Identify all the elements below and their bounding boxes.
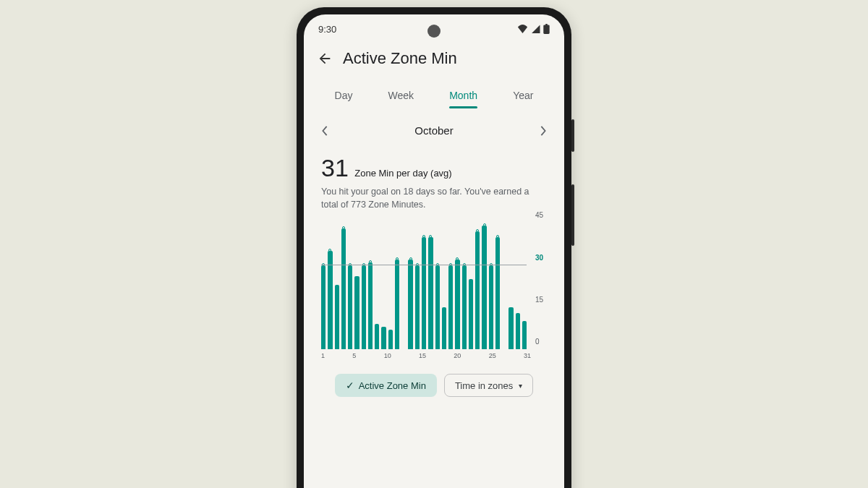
screen: 9:30 Active Zone Min Day Week (304, 14, 564, 488)
goal-met-marker (328, 249, 331, 252)
chart-bar[interactable] (375, 324, 379, 349)
range-tabs: Day Week Month Year (304, 78, 564, 108)
tab-week[interactable]: Week (384, 82, 419, 108)
chart-bar[interactable] (509, 307, 513, 349)
clock-label: 9:30 (318, 24, 336, 35)
chart-bar[interactable] (462, 265, 467, 350)
chart-bar[interactable] (428, 237, 433, 350)
page-title: Active Zone Min (343, 49, 457, 68)
chart-bar[interactable] (321, 265, 326, 350)
chart-bar[interactable] (489, 265, 493, 350)
x-tick-label: 25 (489, 352, 496, 359)
tab-year[interactable]: Year (509, 82, 537, 108)
phone-side-button (571, 119, 574, 152)
goal-met-marker (396, 257, 399, 260)
goal-met-marker (369, 260, 372, 263)
front-camera (427, 25, 441, 38)
y-tick-label: 30 (535, 253, 543, 261)
y-tick-label: 0 (535, 338, 540, 346)
summary-block: 31 Zone Min per day (avg) You hit your g… (304, 142, 564, 215)
status-icons (517, 24, 550, 34)
chart-bar[interactable] (354, 276, 359, 349)
page-header: Active Zone Min (304, 43, 564, 78)
x-tick-label: 20 (454, 352, 461, 359)
chart-bar[interactable] (395, 260, 399, 349)
cellular-icon (531, 25, 540, 33)
phone-side-button (571, 184, 574, 246)
chart-bar[interactable] (448, 265, 453, 350)
x-tick-label: 31 (524, 352, 531, 359)
chart-bar[interactable] (362, 265, 366, 350)
chart-bar[interactable] (422, 237, 426, 350)
svg-rect-0 (543, 25, 549, 34)
chart-bar[interactable] (522, 321, 527, 349)
chart-y-axis: 0153045 (531, 223, 550, 349)
goal-met-marker (342, 226, 345, 229)
period-label: October (414, 124, 453, 137)
goal-met-marker (456, 257, 459, 260)
summary-unit: Zone Min per day (avg) (354, 168, 451, 179)
chart-bar[interactable] (335, 285, 339, 349)
goal-line (321, 265, 527, 265)
x-tick-label: 10 (384, 352, 391, 359)
chart-bar[interactable] (415, 265, 420, 350)
goal-met-marker (496, 235, 499, 238)
chart-bar[interactable] (475, 231, 480, 349)
tab-day[interactable]: Day (331, 82, 357, 108)
chart-bar[interactable] (388, 330, 393, 349)
goal-met-marker (429, 235, 432, 238)
chip-label: Time in zones (455, 380, 513, 391)
x-tick-label: 15 (419, 352, 426, 359)
summary-headline: 31 Zone Min per day (avg) (321, 154, 547, 182)
chart-bar[interactable] (469, 279, 473, 349)
phone-frame: 9:30 Active Zone Min Day Week (297, 7, 571, 488)
chip-label: Active Zone Min (359, 380, 426, 391)
y-tick-label: 15 (535, 295, 543, 303)
chart-area: 0153045 151015202531 (304, 215, 564, 362)
wifi-icon (517, 25, 528, 33)
goal-met-marker (409, 257, 412, 260)
chart-bar[interactable] (455, 260, 459, 349)
chart-mode-chips: ✓ Active Zone Min Time in zones ▾ (304, 362, 564, 408)
goal-met-marker (422, 235, 425, 238)
y-tick-label: 45 (535, 211, 543, 219)
chart-bar[interactable] (348, 265, 352, 350)
period-navigator: October (304, 108, 564, 142)
tab-month[interactable]: Month (445, 82, 482, 108)
next-period-button[interactable] (540, 126, 547, 136)
x-tick-label: 5 (352, 352, 356, 359)
summary-description: You hit your goal on 18 days so far. You… (321, 185, 547, 211)
chart-bar[interactable] (408, 260, 412, 349)
chart-bar[interactable] (381, 327, 386, 349)
chart-bar[interactable] (341, 228, 346, 349)
back-arrow-icon[interactable] (317, 51, 333, 67)
chart-plot[interactable] (321, 223, 527, 349)
chart-bar[interactable] (482, 226, 486, 349)
svg-rect-1 (545, 24, 548, 25)
chart-bar[interactable] (435, 265, 440, 350)
battery-icon (543, 24, 550, 34)
check-icon: ✓ (346, 380, 354, 391)
x-tick-label: 1 (321, 352, 325, 359)
goal-met-marker (476, 229, 479, 232)
chart-bar[interactable] (495, 237, 500, 350)
previous-period-button[interactable] (321, 126, 328, 136)
bar-chart[interactable]: 0153045 (321, 223, 550, 349)
goal-met-marker (483, 223, 486, 226)
chip-time-in-zones[interactable]: Time in zones ▾ (444, 374, 533, 397)
chevron-down-icon: ▾ (519, 382, 522, 390)
chart-bar[interactable] (516, 313, 520, 350)
chart-bar[interactable] (368, 262, 373, 350)
chart-bar[interactable] (442, 307, 446, 349)
chart-x-axis: 151015202531 (321, 349, 550, 359)
chip-active-zone-min[interactable]: ✓ Active Zone Min (335, 374, 437, 397)
chart-bar[interactable] (328, 251, 332, 349)
summary-value: 31 (321, 154, 349, 182)
